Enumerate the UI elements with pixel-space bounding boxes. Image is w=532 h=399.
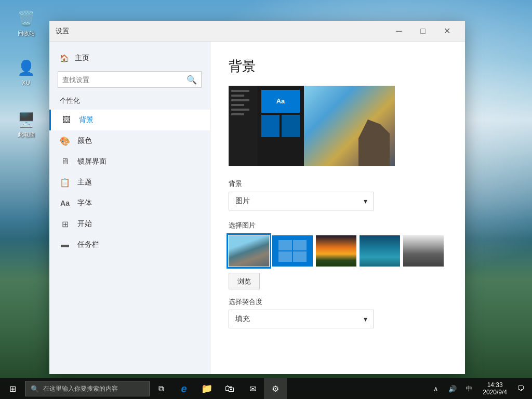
computer-label: 此电脑 — [18, 131, 35, 138]
task-view-icon: ⧉ — [158, 384, 164, 393]
colors-nav-icon: 🎨 — [60, 136, 70, 146]
mail-button[interactable]: ✉ — [241, 378, 264, 399]
search-box[interactable]: 🔍 — [58, 71, 202, 88]
picture-thumb-4[interactable] — [360, 235, 400, 267]
tray-volume-icon[interactable]: 🔊 — [445, 378, 460, 399]
home-label: 主页 — [75, 54, 89, 63]
browse-button[interactable]: 浏览 — [229, 273, 260, 289]
preview-sidebar-line-6 — [231, 113, 244, 115]
fonts-nav-label: 字体 — [77, 198, 92, 208]
colors-nav-label: 颜色 — [77, 136, 92, 145]
picture-thumb-5[interactable] — [403, 235, 444, 267]
settings-window: 设置 ─ □ ✕ 🏠 主页 🔍 个性化 — [49, 21, 465, 374]
task-view-button[interactable]: ⧉ — [150, 378, 172, 399]
fonts-nav-icon: Aa — [60, 198, 70, 208]
preview-tile-1 — [261, 115, 280, 138]
desktop: 🗑️ 回收站 👤 XU 🖥️ 此电脑 设置 ─ □ ✕ 🏠 主页 — [0, 0, 532, 399]
tray-ime-icon[interactable]: 中 — [462, 378, 476, 399]
choose-fit-label: 选择契合度 — [229, 297, 447, 307]
preview-sidebar — [229, 86, 257, 166]
preview-tiles: Aa — [257, 86, 304, 166]
preview-tile-2 — [282, 115, 300, 138]
preview-tile-large: Aa — [261, 90, 300, 113]
start-nav-icon: ⊞ — [60, 219, 70, 229]
maximize-button[interactable]: □ — [411, 23, 435, 39]
preview-sidebar-line-2 — [231, 95, 244, 97]
choose-pictures-section: 选择图片 — [229, 221, 447, 289]
main-content: 背景 Aa — [210, 42, 465, 374]
window-title: 设置 — [56, 26, 387, 36]
close-button[interactable]: ✕ — [435, 23, 459, 39]
background-nav-label: 背景 — [79, 115, 94, 125]
picture-thumb-2[interactable] — [272, 235, 313, 267]
pictures-grid — [229, 235, 447, 267]
notification-button[interactable]: 🗨 — [513, 378, 528, 399]
sidebar-section-label: 个性化 — [49, 94, 210, 110]
window-body: 🏠 主页 🔍 个性化 🖼 背景 🎨 颜色 — [49, 42, 465, 374]
background-nav-icon: 🖼 — [61, 115, 72, 125]
choose-fit-section: 选择契合度 填充 ▾ — [229, 297, 447, 328]
background-section-label: 背景 — [229, 179, 447, 189]
taskbar-search-text: 在这里输入你要搜索的内容 — [43, 384, 118, 393]
edge-button[interactable]: e — [172, 378, 195, 399]
lockscreen-nav-label: 锁屏界面 — [77, 157, 107, 166]
preview-sidebar-line-3 — [231, 99, 249, 101]
settings-icon: ⚙ — [272, 384, 279, 394]
fit-dropdown-arrow: ▾ — [364, 315, 367, 323]
picture-thumb-1[interactable] — [229, 235, 269, 267]
taskbar-nav-icon: ▬ — [60, 240, 70, 250]
preview-sidebar-line-4 — [231, 104, 244, 106]
desktop-icon-recycle-bin[interactable]: 🗑️ 回收站 — [8, 8, 44, 37]
taskbar-search-bar[interactable]: 🔍 在这里输入你要搜索的内容 — [25, 381, 150, 396]
theme-nav-label: 主题 — [77, 178, 92, 187]
taskbar-search-icon: 🔍 — [31, 385, 39, 393]
user-label: XU — [22, 79, 30, 86]
folder-button[interactable]: 📁 — [195, 378, 218, 399]
lockscreen-nav-icon: 🖥 — [60, 156, 70, 167]
recycle-bin-icon: 🗑️ — [16, 8, 36, 29]
taskbar-nav-label: 任务栏 — [77, 240, 99, 249]
background-preview: Aa — [229, 86, 395, 166]
sidebar-item-fonts[interactable]: Aa 字体 — [49, 193, 210, 214]
volume-icon: 🔊 — [448, 385, 457, 393]
desktop-icon-user[interactable]: 👤 XU — [8, 57, 44, 86]
background-type-value: 图片 — [235, 196, 250, 206]
taskbar: ⊞ 🔍 在这里输入你要搜索的内容 ⧉ e 📁 🛍 ✉ ⚙ ∧ — [0, 378, 532, 399]
title-bar: 设置 ─ □ ✕ — [49, 21, 465, 42]
picture-thumb-3[interactable] — [316, 235, 356, 267]
sidebar-item-theme[interactable]: 📋 主题 — [49, 172, 210, 193]
sidebar-item-colors[interactable]: 🎨 颜色 — [49, 130, 210, 151]
user-icon: 👤 — [16, 57, 36, 78]
fit-dropdown[interactable]: 填充 ▾ — [229, 310, 374, 328]
sidebar-item-lockscreen[interactable]: 🖥 锁屏界面 — [49, 151, 210, 172]
clock-time: 14:33 — [487, 381, 503, 389]
edge-icon: e — [181, 383, 187, 395]
clock-area[interactable]: 14:33 2020/9/4 — [478, 378, 511, 399]
home-icon: 🏠 — [60, 54, 69, 62]
store-button[interactable]: 🛍 — [218, 378, 241, 399]
sidebar-item-start[interactable]: ⊞ 开始 — [49, 214, 210, 234]
taskbar-right: ∧ 🔊 中 14:33 2020/9/4 🗨 — [429, 378, 532, 399]
theme-nav-icon: 📋 — [60, 177, 70, 188]
desktop-icon-computer[interactable]: 🖥️ 此电脑 — [8, 109, 44, 138]
start-nav-label: 开始 — [77, 219, 92, 229]
clock-date: 2020/9/4 — [483, 389, 507, 396]
start-icon: ⊞ — [9, 384, 16, 394]
search-icon: 🔍 — [187, 75, 197, 85]
search-input[interactable] — [62, 76, 183, 84]
minimize-button[interactable]: ─ — [387, 23, 411, 39]
expand-icon: ∧ — [433, 385, 438, 393]
sidebar-item-home[interactable]: 🏠 主页 — [49, 49, 210, 67]
tray-expand-icon[interactable]: ∧ — [429, 378, 443, 399]
background-type-dropdown[interactable]: 图片 ▾ — [229, 192, 374, 210]
sidebar-item-taskbar[interactable]: ▬ 任务栏 — [49, 234, 210, 255]
preview-wallpaper — [304, 86, 395, 166]
preview-sidebar-line-1 — [231, 90, 249, 92]
notification-icon: 🗨 — [517, 384, 524, 393]
settings-button[interactable]: ⚙ — [264, 378, 287, 399]
mail-icon: ✉ — [249, 384, 256, 394]
preview-main: Aa — [257, 86, 395, 166]
ime-label: 中 — [466, 384, 472, 393]
sidebar-item-background[interactable]: 🖼 背景 — [49, 110, 210, 130]
start-button[interactable]: ⊞ — [0, 378, 25, 399]
